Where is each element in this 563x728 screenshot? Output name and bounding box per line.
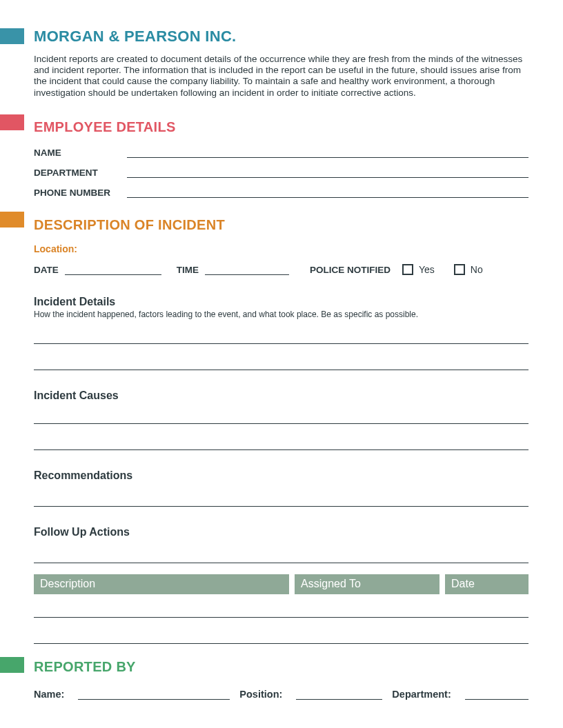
th-description: Description [34,574,289,594]
followup-heading: Follow Up Actions [34,526,529,538]
reporter-department-label: Department: [392,689,451,700]
causes-line-1[interactable] [34,414,529,424]
accent-block-teal [0,28,24,44]
company-heading: MORGAN & PEARSON INC. [34,28,529,46]
date-label: DATE [34,265,59,275]
accent-block-red [0,114,24,130]
location-label: Location: [34,243,529,254]
name-input-line[interactable] [127,145,529,158]
accent-block-green [0,657,24,673]
table-row-line-2[interactable] [34,634,529,644]
yes-label: Yes [419,264,435,275]
reported-section-heading: REPORTED BY [34,659,529,675]
th-assigned-to: Assigned To [295,574,439,594]
employee-details-section: EMPLOYEE DETAILS NAME DEPARTMENT PHONE N… [34,119,529,198]
time-input-line[interactable] [205,263,289,275]
incident-causes-heading: Incident Causes [34,390,529,402]
time-label: TIME [177,265,199,275]
incident-description-section: DESCRIPTION OF INCIDENT Location: DATE T… [34,217,529,644]
phone-input-line[interactable] [127,185,529,198]
details-line-2[interactable] [34,361,529,370]
phone-label: PHONE NUMBER [34,188,127,198]
followup-line-1[interactable] [34,554,529,563]
date-input-line[interactable] [65,263,161,275]
yes-checkbox[interactable] [402,264,413,275]
department-label: DEPARTMENT [34,168,127,178]
incident-details-heading: Incident Details [34,296,529,308]
causes-line-2[interactable] [34,441,529,450]
intro-paragraph: Incident reports are created to document… [34,54,529,99]
followup-table-header: Description Assigned To Date [34,574,529,594]
reporter-name-label: Name: [34,689,64,700]
no-checkbox[interactable] [454,264,465,275]
table-row-line-1[interactable] [34,608,529,618]
incident-details-subtext: How the incident happened, factors leadi… [34,310,529,319]
recommendations-heading: Recommendations [34,469,529,482]
reporter-name-line[interactable] [78,687,230,700]
reporter-position-label: Position: [239,689,282,700]
employee-section-heading: EMPLOYEE DETAILS [34,119,529,135]
th-date: Date [445,574,529,594]
reporter-position-line[interactable] [296,687,382,700]
reporter-department-line[interactable] [465,687,529,700]
police-notified-label: POLICE NOTIFIED [310,265,391,275]
recommendations-line-1[interactable] [34,497,529,507]
document-content: MORGAN & PEARSON INC. Incident reports a… [0,0,563,700]
accent-block-orange [0,212,24,228]
department-input-line[interactable] [127,165,529,178]
name-label: NAME [34,148,127,158]
incident-section-heading: DESCRIPTION OF INCIDENT [34,217,529,233]
no-label: No [471,264,483,275]
details-line-1[interactable] [34,334,529,344]
reported-by-section: REPORTED BY Name: Position: Department: [34,659,529,700]
